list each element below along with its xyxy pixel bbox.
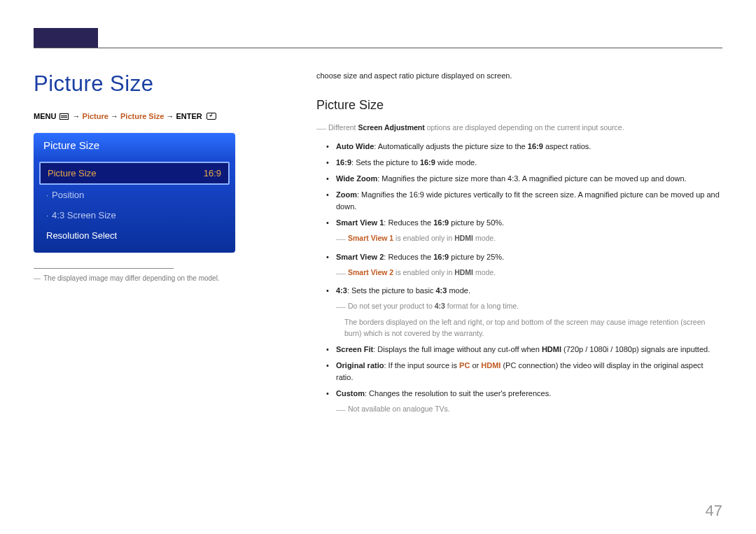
list-item: Smart View 2: Reduces the 16:9 picture b… bbox=[316, 251, 722, 263]
list-item: Auto Wide: Automatically adjusts the pic… bbox=[316, 141, 722, 153]
list-item: Screen Fit: Displays the full image with… bbox=[316, 344, 722, 356]
list-item: Zoom: Magnifies the 16:9 wide pictures v… bbox=[316, 189, 722, 213]
list-item: 4:3: Sets the picture to basic 4:3 mode. bbox=[316, 285, 722, 297]
header-rule bbox=[34, 48, 722, 48]
menu-icon bbox=[59, 113, 69, 120]
bullet-list: Smart View 2: Reduces the 16:9 picture b… bbox=[316, 251, 722, 263]
osd-title: Picture Size bbox=[34, 133, 235, 157]
osd-row-value: 16:9 bbox=[204, 168, 221, 178]
menu-literal: MENU bbox=[34, 112, 56, 120]
breadcrumb-picture: Picture bbox=[83, 112, 108, 120]
osd-row-label: Picture Size bbox=[48, 168, 96, 178]
bullet-dot: · bbox=[46, 191, 48, 199]
osd-row-43-screen-size[interactable]: ·4:3 Screen Size bbox=[39, 205, 230, 225]
note-smart-view-1: ―Smart View 1 is enabled only in HDMI mo… bbox=[316, 232, 722, 247]
intro-text: choose size and aspect ratio picture dis… bbox=[316, 70, 722, 82]
bullet-list: 4:3: Sets the picture to basic 4:3 mode. bbox=[316, 285, 722, 297]
footnote-rule bbox=[34, 268, 174, 269]
sub-heading: Picture Size bbox=[316, 96, 722, 115]
bullet-list: Auto Wide: Automatically adjusts the pic… bbox=[316, 141, 722, 229]
enter-literal: ENTER bbox=[176, 112, 202, 120]
enter-icon bbox=[206, 113, 216, 120]
osd-row-label: 4:3 Screen Size bbox=[52, 210, 116, 220]
list-item: Wide Zoom: Magnifies the picture size mo… bbox=[316, 173, 722, 185]
note-43-warning: ―Do not set your product to 4:3 format f… bbox=[316, 300, 722, 315]
note-43-warning-cont: The borders displayed on the left and ri… bbox=[316, 316, 722, 339]
osd-row-resolution-select[interactable]: Resolution Select bbox=[39, 225, 230, 246]
osd-row-picture-size[interactable]: Picture Size 16:9 bbox=[39, 162, 230, 185]
bullet-list: Screen Fit: Displays the full image with… bbox=[316, 344, 722, 400]
list-item: Original ratio: If the input source is P… bbox=[316, 360, 722, 384]
osd-row-position[interactable]: ·Position bbox=[39, 185, 230, 205]
page-number: 47 bbox=[706, 502, 722, 520]
breadcrumb-picture-size: Picture Size bbox=[120, 112, 164, 120]
header-accent-block bbox=[34, 28, 98, 48]
note-custom: ―Not available on analogue TVs. bbox=[316, 402, 722, 418]
bullet-dot: · bbox=[46, 211, 48, 220]
list-item: Smart View 1: Reduces the 16:9 picture b… bbox=[316, 217, 722, 229]
osd-row-label: Resolution Select bbox=[46, 230, 117, 241]
content-column: choose size and aspect ratio picture dis… bbox=[316, 70, 722, 417]
osd-panel: Picture Size Picture Size 16:9 ·Position… bbox=[34, 133, 235, 253]
osd-body: Picture Size 16:9 ·Position ·4:3 Screen … bbox=[34, 157, 235, 253]
osd-row-label: Position bbox=[52, 190, 84, 200]
note-smart-view-2: ―Smart View 2 is enabled only in HDMI mo… bbox=[316, 266, 722, 281]
list-item: Custom: Changes the resolution to suit t… bbox=[316, 388, 722, 400]
list-item: 16:9: Sets the picture to 16:9 wide mode… bbox=[316, 157, 722, 169]
note-screen-adjustment: ―Different Screen Adjustment options are… bbox=[316, 121, 722, 136]
